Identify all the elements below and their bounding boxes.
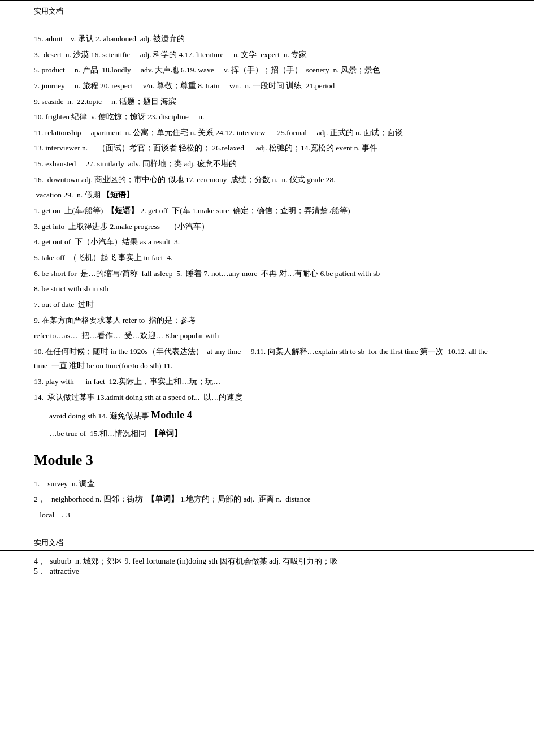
line-24: avoid doing sth 14. 避免做某事 Module 4 [34,405,500,425]
line-23: 14. 承认做过某事 13.admit doing sth at a speed… [34,390,500,405]
line-25: …be true of 15.和…情况相同 【单词】 [34,426,500,441]
line-10: 16. downtown adj. 商业区的；市中心的 似地 17. cerem… [34,172,500,187]
line-14: 4. get out of 下（小汽车）结果 as a result 3. [34,235,500,249]
line-6: 10. frighten 纪律 v. 使吃惊；惊讶 23. discipline… [34,110,500,124]
top-border [0,0,534,1]
line-8: 13. interviewer n. （面试）考官；面谈者 轻松的； 26.re… [34,141,500,155]
line-19: 9. 在某方面严格要求某人 refer to 指的是；参考 [34,313,500,328]
line-1: 15. admit v. 承认 2. abandoned adj. 被遗弃的 [34,32,500,46]
second-page-content: 4， suburb n. 城郊；郊区 9. feel fortunate (in… [0,551,534,582]
line-15: 5. take off （飞机）起飞 事实上 in fact 4. [34,250,500,265]
line-13: 3. get into 上取得进步 2.make progress （小汽车） [34,219,500,234]
line-18: 7. out of date 过时 [34,297,500,312]
module3-title: Module 3 [34,446,500,474]
line-11: vacation 29. n. 假期 【短语】 [34,188,500,202]
line-17: 8. be strict with sb in sth [34,282,500,296]
line-2: 3. desert n. 沙漠 16. scientific adj. 科学的 … [34,47,500,62]
module3-line-3: local ．3 [34,508,500,522]
second-line-1: 4， suburb n. 城郊；郊区 9. feel fortunate (in… [34,556,500,567]
line-9: 15. exhausted 27. similarly adv. 同样地；类 a… [34,157,500,171]
line-7: 11. relationship apartment n. 公寓；单元住宅 n.… [34,126,500,140]
line-21: 10. 在任何时候；随时 in the 1920s（年代表达法） at any … [34,344,500,373]
line-20: refer to…as… 把…看作… 受…欢迎… 8.be popular wi… [34,329,500,343]
line-3: 5. product n. 产品 18.loudly adv. 大声地 6.19… [34,63,500,77]
header-label: 实用文档 [0,4,534,19]
line-22: 13. play with in fact 12.实际上，事实上和…玩；玩… [34,374,500,389]
line-5: 9. seaside n. 22.topic n. 话题；题目 海滨 [34,94,500,109]
footer-label: 实用文档 [0,535,534,550]
module3-line-1: 1. survey n. 调查 [34,477,500,491]
second-line-2: 5． attractive [34,567,500,577]
page: 实用文档 15. admit v. 承认 2. abandoned adj. 被… [0,0,534,582]
line-4: 7. journey n. 旅程 20. respect v/n. 尊敬；尊重 … [34,79,500,93]
module3-line-2: 2， neighborhood n. 四邻；街坊 【单词】 1.地方的；局部的 … [34,492,500,507]
main-content: 15. admit v. 承认 2. abandoned adj. 被遗弃的 3… [0,21,534,529]
line-16: 6. be short for 是…的缩写/简称 fall asleep 5. … [34,266,500,281]
line-12: 1. get on 上(车/船等) 【短语】 2. get off 下(车 1.… [34,204,500,218]
